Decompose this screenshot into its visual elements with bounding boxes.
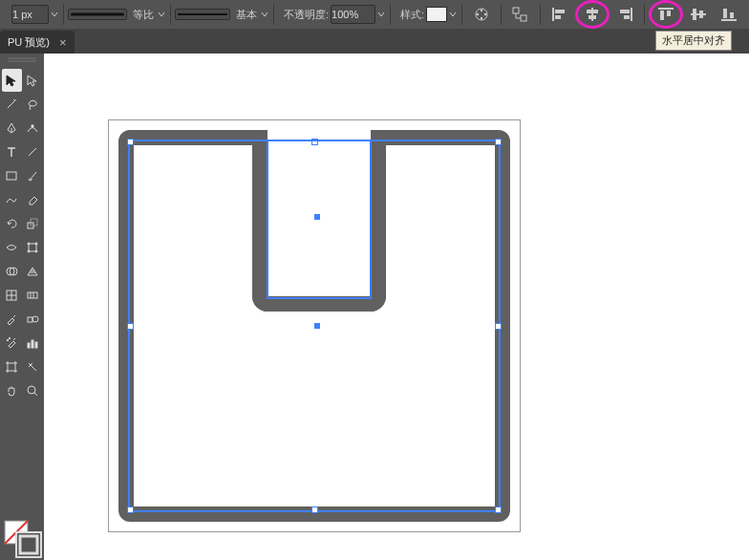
selection-handle[interactable] (127, 323, 134, 330)
scale-tool[interactable] (23, 212, 43, 235)
brush-tool[interactable] (23, 164, 43, 187)
curvature-tool[interactable] (23, 117, 43, 140)
brush-definition[interactable] (175, 9, 230, 20)
svg-point-53 (28, 386, 35, 394)
align-bottom-button[interactable] (714, 2, 744, 27)
close-tab-icon[interactable]: × (59, 35, 67, 50)
variable-width-profile[interactable] (68, 9, 127, 20)
opacity-input[interactable]: 100% (331, 5, 375, 24)
eraser-tool[interactable] (23, 188, 43, 211)
fill-stroke-control[interactable] (0, 516, 44, 560)
direct-selection-tool[interactable] (23, 69, 43, 92)
mesh-tool[interactable] (2, 284, 22, 307)
canvas-area[interactable] (44, 54, 749, 560)
svg-rect-11 (587, 10, 598, 13)
pen-tool[interactable] (2, 117, 22, 140)
separator (501, 4, 502, 25)
free-transform-tool[interactable] (23, 236, 43, 259)
svg-rect-6 (521, 15, 526, 21)
rectangle-tool[interactable] (2, 164, 22, 187)
svg-rect-42 (28, 292, 37, 298)
align-vertical-center-button[interactable] (683, 2, 714, 27)
svg-point-1 (481, 10, 482, 11)
selection-handle[interactable] (495, 139, 502, 145)
style-dropdown[interactable] (447, 6, 458, 23)
slice-tool[interactable] (23, 355, 43, 378)
align-horizontal-center-button[interactable] (575, 0, 610, 29)
selection-handle[interactable] (311, 506, 318, 513)
opacity-dropdown[interactable] (375, 6, 386, 23)
svg-point-46 (32, 316, 38, 322)
separator (461, 4, 462, 25)
center-point-indicator (314, 214, 320, 220)
artboard-tool[interactable] (2, 355, 22, 378)
center-point-indicator (314, 323, 320, 329)
column-graph-tool[interactable] (23, 332, 43, 355)
line-segment-tool[interactable] (23, 140, 43, 163)
svg-rect-52 (8, 363, 15, 371)
shape-builder-tool[interactable] (2, 260, 22, 283)
perspective-grid-tool[interactable] (23, 260, 43, 283)
document-tab[interactable]: PU 预览) × (0, 31, 75, 54)
brush-dropdown[interactable] (259, 6, 269, 23)
svg-rect-20 (693, 9, 696, 20)
opacity-label: 不透明度: (284, 8, 329, 22)
svg-point-34 (35, 243, 37, 245)
svg-point-33 (28, 243, 30, 245)
selection-handle[interactable] (495, 323, 502, 330)
svg-point-35 (28, 250, 30, 252)
width-tool[interactable] (2, 236, 22, 259)
graphic-style-swatch[interactable] (426, 7, 447, 22)
selection-handle[interactable] (495, 506, 502, 513)
recolor-artwork-button[interactable] (466, 2, 497, 27)
tools-panel (0, 54, 44, 560)
svg-rect-23 (723, 9, 727, 18)
shaper-tool[interactable] (2, 188, 22, 211)
svg-line-28 (29, 148, 36, 156)
gradient-tool[interactable] (23, 284, 43, 307)
align-left-button[interactable] (545, 2, 575, 27)
svg-rect-45 (28, 317, 32, 322)
svg-rect-18 (667, 11, 671, 16)
stroke-width-input[interactable]: 1 px (11, 5, 49, 24)
align-right-button[interactable] (610, 2, 640, 27)
align-to-selection-button[interactable] (505, 2, 536, 27)
svg-rect-5 (513, 8, 519, 13)
tools-drag-handle[interactable] (0, 54, 44, 67)
svg-point-2 (484, 13, 486, 15)
separator (390, 4, 391, 25)
svg-point-3 (481, 17, 482, 19)
svg-rect-12 (588, 15, 596, 19)
svg-point-47 (7, 339, 9, 341)
svg-point-4 (477, 13, 479, 15)
type-tool[interactable] (2, 140, 22, 163)
separator (273, 4, 274, 25)
eyedropper-tool[interactable] (2, 308, 22, 331)
separator (170, 4, 171, 25)
blend-tool[interactable] (23, 308, 43, 331)
selection-tool[interactable] (2, 69, 22, 92)
selection-handle[interactable] (127, 139, 134, 145)
separator (540, 4, 541, 25)
svg-rect-17 (660, 11, 664, 20)
lasso-tool[interactable] (23, 93, 43, 116)
document-tab-label: PU 预览) (8, 35, 50, 50)
profile-dropdown[interactable] (156, 6, 166, 23)
magic-wand-tool[interactable] (2, 93, 22, 116)
align-top-button[interactable] (649, 0, 683, 29)
separator (63, 4, 64, 25)
svg-point-36 (35, 250, 37, 252)
zoom-tool[interactable] (23, 379, 43, 402)
selection-handle[interactable] (127, 506, 134, 513)
svg-rect-15 (624, 15, 630, 19)
svg-line-54 (34, 393, 37, 396)
rotate-tool[interactable] (2, 212, 22, 235)
svg-rect-29 (7, 172, 16, 180)
svg-rect-24 (730, 12, 734, 18)
tooltip: 水平居中对齐 (655, 31, 732, 51)
svg-rect-8 (555, 10, 565, 13)
document-tab-bar: PU 预览) × (0, 29, 749, 54)
symbol-sprayer-tool[interactable] (2, 332, 22, 355)
stroke-width-dropdown[interactable] (49, 6, 59, 23)
hand-tool[interactable] (2, 379, 22, 402)
